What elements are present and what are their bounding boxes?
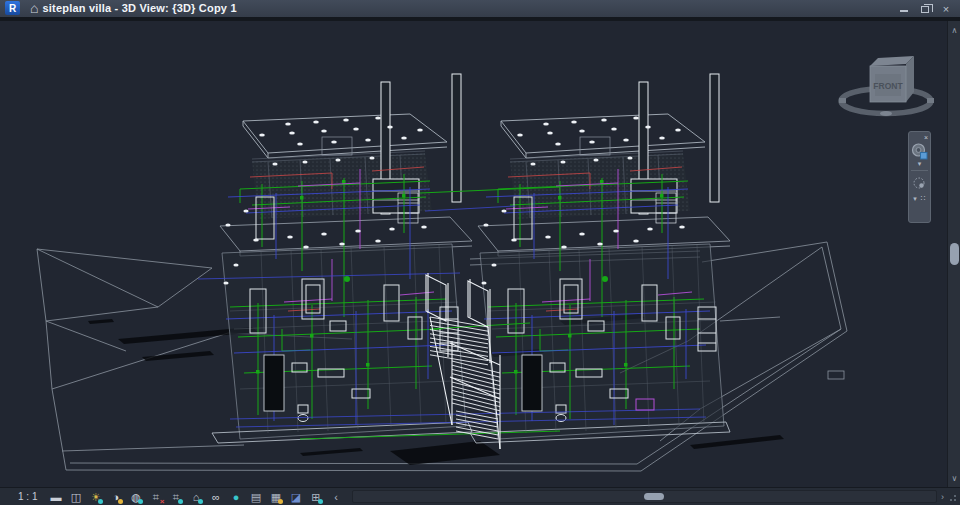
steering-wheel-dropdown[interactable]: ▾	[918, 161, 922, 167]
show-rendering-dialog-icon[interactable]: ◍	[127, 489, 144, 505]
minimize-icon	[900, 10, 908, 12]
crop-view-icon-glyph: ⌗	[153, 491, 159, 503]
temporary-hide-isolate-icon-glyph: ∞	[212, 491, 220, 503]
reveal-constraints-icon-accent-dot	[318, 499, 323, 504]
scroll-down-arrow[interactable]: ∨	[948, 471, 960, 485]
villa-unit-right	[470, 74, 730, 443]
revit-window: R ⌂ siteplan villa - 3D View: {3D} Copy …	[0, 0, 960, 505]
close-button[interactable]: ×	[940, 3, 952, 15]
navigation-bar-divider	[911, 170, 928, 171]
shadows-icon[interactable]: ◑	[107, 489, 124, 505]
navigation-bar[interactable]: × ▾ ▾ ∷	[908, 131, 931, 223]
title-bar: R ⌂ siteplan villa - 3D View: {3D} Copy …	[0, 0, 960, 17]
detail-level-icon-glyph: ▬	[50, 491, 61, 503]
app-button-icon[interactable]: R	[5, 1, 20, 15]
displacement-sets-icon[interactable]: ◪	[287, 489, 304, 505]
home-icon[interactable]: ⌂	[30, 1, 38, 15]
window-title: siteplan villa - 3D View: {3D} Copy 1	[42, 2, 236, 14]
visual-style-icon-glyph: ◫	[71, 491, 81, 503]
show-rendering-dialog-icon-accent-dot	[138, 499, 143, 504]
navigation-bar-close-icon[interactable]: ×	[924, 134, 928, 141]
analytical-model-icon-accent-dot	[278, 499, 283, 504]
steering-wheel-icon	[910, 142, 929, 161]
show-crop-region-icon-accent-dot	[178, 499, 183, 504]
reveal-constraints-icon[interactable]: ⊞	[307, 489, 324, 505]
wireframe-scene: FRONT	[0, 21, 947, 487]
zoom-button[interactable]	[910, 174, 929, 194]
scroll-up-arrow[interactable]: ∧	[948, 23, 960, 37]
window-resize-grip[interactable]	[948, 493, 956, 501]
navigation-bar-options-icon[interactable]: ∷	[921, 195, 926, 203]
restore-button[interactable]	[919, 3, 931, 15]
window-controls: ×	[898, 3, 956, 15]
steering-wheel-button[interactable]	[910, 141, 929, 161]
shadows-icon-accent-dot	[118, 499, 123, 504]
view-bar-collapse-chevron-glyph: ‹	[334, 491, 338, 503]
unlocked-3d-view-icon-accent-dot	[198, 499, 203, 504]
viewcube-right-face[interactable]	[906, 56, 914, 102]
villa-unit-left	[212, 74, 472, 443]
crop-view-icon[interactable]: ⌗×	[147, 489, 164, 505]
restore-icon	[921, 6, 929, 13]
zoom-dropdown[interactable]: ▾	[913, 196, 917, 202]
sun-path-icon-accent-dot	[98, 499, 103, 504]
zoom-icon	[912, 176, 928, 192]
visual-style-icon[interactable]: ◫	[67, 489, 84, 505]
crop-view-icon-overlay: ×	[160, 497, 165, 505]
horizontal-scrollbar[interactable]	[352, 490, 937, 503]
vertical-scrollbar[interactable]: ∧ ∨	[947, 21, 960, 487]
view-scale-label[interactable]: 1 : 1	[18, 491, 37, 502]
detail-level-icon[interactable]: ▬	[47, 489, 64, 505]
horizontal-scrollbar-thumb[interactable]	[644, 493, 664, 500]
displacement-sets-icon-glyph: ◪	[291, 491, 301, 503]
minimize-button[interactable]	[898, 3, 910, 15]
viewcube-front-label: FRONT	[873, 81, 903, 91]
vertical-scrollbar-thumb[interactable]	[950, 243, 959, 265]
view-control-bar-icons: ▬◫☀◑◍⌗×⌗⌂∞●▤▦◪⊞‹	[47, 489, 344, 505]
3d-viewport-canvas[interactable]: FRONT × ▾	[0, 21, 947, 487]
view-bar-collapse-chevron[interactable]: ‹	[327, 489, 344, 505]
sun-path-icon[interactable]: ☀	[87, 489, 104, 505]
view-control-bar: 1 : 1 ▬◫☀◑◍⌗×⌗⌂∞●▤▦◪⊞‹ ›	[0, 487, 960, 505]
reveal-hidden-elements-icon-glyph: ●	[233, 491, 240, 503]
temporary-hide-isolate-icon[interactable]: ∞	[207, 489, 224, 505]
scroll-right-arrow[interactable]: ›	[941, 492, 944, 502]
temporary-view-properties-icon-glyph: ▤	[251, 491, 261, 503]
unlocked-3d-view-icon[interactable]: ⌂	[187, 489, 204, 505]
main-area: FRONT × ▾	[0, 21, 960, 487]
analytical-model-icon[interactable]: ▦	[267, 489, 284, 505]
reveal-hidden-elements-icon[interactable]: ●	[227, 489, 244, 505]
temporary-view-properties-icon[interactable]: ▤	[247, 489, 264, 505]
viewcube[interactable]: FRONT	[839, 56, 934, 116]
show-crop-region-icon[interactable]: ⌗	[167, 489, 184, 505]
